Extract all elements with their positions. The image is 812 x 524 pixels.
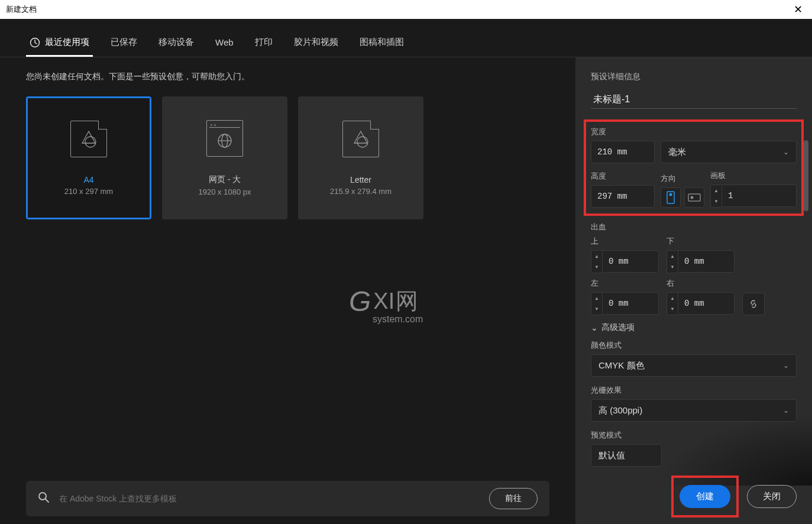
bleed-bottom-input[interactable]: 0 mm xyxy=(678,250,735,273)
orientation-portrait[interactable] xyxy=(661,187,681,208)
chevron-down-icon: ⌄ xyxy=(591,323,598,332)
tab-web[interactable]: Web xyxy=(212,30,237,56)
preview-select[interactable]: 默认值 xyxy=(591,444,662,467)
tab-art[interactable]: 图稿和插图 xyxy=(356,30,407,57)
step-up-icon[interactable]: ▲ xyxy=(711,185,722,196)
color-mode-label: 颜色模式 xyxy=(591,340,797,351)
svg-point-6 xyxy=(39,493,46,500)
create-button[interactable]: 创建 xyxy=(680,485,730,508)
height-label: 高度 xyxy=(591,171,655,182)
preset-letter[interactable]: Letter 215.9 x 279.4 mm xyxy=(298,96,423,219)
chevron-down-icon: ⌄ xyxy=(783,406,789,415)
preset-web-icon xyxy=(206,120,243,157)
advanced-toggle[interactable]: ⌄ 高级选项 xyxy=(591,322,797,333)
chevron-down-icon: ⌄ xyxy=(783,361,789,370)
preset-name: A4 xyxy=(83,175,93,185)
stock-search-input[interactable] xyxy=(59,494,480,503)
step-down-icon[interactable]: ▼ xyxy=(711,196,722,208)
tab-recent[interactable]: 最近使用项 xyxy=(26,30,93,57)
close-icon[interactable]: ✕ xyxy=(790,3,806,16)
raster-label: 光栅效果 xyxy=(591,385,797,396)
panel-header: 预设详细信息 xyxy=(591,72,797,82)
preset-a4[interactable]: A4 210 x 297 mm xyxy=(26,96,151,219)
highlight-create: 创建 xyxy=(671,476,739,517)
width-input[interactable]: 210 mm xyxy=(591,141,655,163)
raster-select[interactable]: 高 (300ppi)⌄ xyxy=(591,399,797,422)
shadow-overlay xyxy=(658,415,812,486)
bleed-left-input[interactable]: 0 mm xyxy=(602,292,659,315)
bleed-top-input[interactable]: 0 mm xyxy=(602,250,659,273)
go-button[interactable]: 前往 xyxy=(489,488,538,509)
tab-print[interactable]: 打印 xyxy=(251,30,276,57)
category-tabs: 最近使用项 已保存 移动设备 Web 打印 胶片和视频 图稿和插图 xyxy=(0,19,812,57)
svg-rect-10 xyxy=(688,194,700,201)
tab-film[interactable]: 胶片和视频 xyxy=(290,30,342,57)
stock-search-bar: 前往 xyxy=(26,481,549,516)
bleed-right-label: 右 xyxy=(667,278,736,289)
bleed-label: 出血 xyxy=(591,222,797,232)
bleed-bottom-label: 下 xyxy=(667,236,736,247)
bleed-left-stepper[interactable]: ▲▼ xyxy=(591,292,602,315)
search-icon xyxy=(38,491,50,506)
bleed-right-stepper[interactable]: ▲▼ xyxy=(667,292,678,315)
footer-buttons: 创建 关闭 xyxy=(671,476,797,517)
titlebar: 新建文档 ✕ xyxy=(0,0,812,19)
clock-icon xyxy=(30,37,40,48)
preset-web-large[interactable]: 网页 - 大 1920 x 1080 px xyxy=(162,96,287,219)
bleed-top-label: 上 xyxy=(591,236,661,247)
orientation-landscape[interactable] xyxy=(684,187,704,208)
tab-mobile[interactable]: 移动设备 xyxy=(155,30,198,57)
chevron-down-icon: ⌄ xyxy=(783,148,789,156)
svg-point-9 xyxy=(669,193,672,196)
bleed-right-input[interactable]: 0 mm xyxy=(678,292,735,315)
preset-dim: 210 x 297 mm xyxy=(64,187,113,196)
preset-list: A4 210 x 297 mm 网页 - 大 1920 x 1080 px Le… xyxy=(26,96,549,219)
height-input[interactable]: 297 mm xyxy=(591,185,655,208)
bleed-group: 上 ▲▼0 mm 下 ▲▼0 mm 左 ▲▼0 mm 右 ▲▼0 mm xyxy=(591,236,797,315)
main-area: 您尚未创建任何文档。下面是一些预设创意，可帮助您入门。 A4 210 x 297… xyxy=(0,57,812,524)
watermark: GXI网 system.com xyxy=(349,285,423,325)
link-icon xyxy=(748,299,759,309)
preview-label: 预览模式 xyxy=(591,430,797,441)
preset-dim: 1920 x 1080 px xyxy=(199,187,251,196)
preset-pane: 您尚未创建任何文档。下面是一些预设创意，可帮助您入门。 A4 210 x 297… xyxy=(0,57,575,524)
width-label: 宽度 xyxy=(591,127,655,137)
svg-line-7 xyxy=(46,499,48,502)
intro-text: 您尚未创建任何文档。下面是一些预设创意，可帮助您入门。 xyxy=(26,72,549,82)
artboard-stepper[interactable]: ▲▼ xyxy=(710,185,722,208)
preset-name: Letter xyxy=(350,175,371,185)
window-title: 新建文档 xyxy=(6,4,37,15)
color-mode-select[interactable]: CMYK 颜色⌄ xyxy=(591,354,797,377)
preset-letter-icon xyxy=(342,121,379,157)
artboard-label: 画板 xyxy=(710,170,797,181)
bleed-top-stepper[interactable]: ▲▼ xyxy=(591,250,602,273)
bleed-bottom-stepper[interactable]: ▲▼ xyxy=(667,250,678,273)
scrollbar[interactable] xyxy=(804,140,808,211)
artboard-input[interactable]: 1 xyxy=(722,185,797,207)
highlight-dimensions: 宽度 210 mm 毫米 ⌄ 高度 297 mm 方向 xyxy=(584,119,804,216)
bleed-left-label: 左 xyxy=(591,278,661,289)
tab-label: 最近使用项 xyxy=(45,37,89,48)
svg-point-11 xyxy=(691,196,694,199)
link-bleed-button[interactable] xyxy=(742,293,765,315)
document-name-input[interactable] xyxy=(591,90,797,109)
tab-saved[interactable]: 已保存 xyxy=(107,30,141,57)
close-button[interactable]: 关闭 xyxy=(747,485,797,508)
preset-name: 网页 - 大 xyxy=(209,174,241,185)
details-panel: 预设详细信息 宽度 210 mm 毫米 ⌄ 高度 297 mm xyxy=(575,57,812,524)
preset-a4-icon xyxy=(70,121,107,157)
unit-select[interactable]: 毫米 ⌄ xyxy=(661,141,797,163)
preset-dim: 215.9 x 279.4 mm xyxy=(330,187,392,196)
orient-label: 方向 xyxy=(661,173,704,184)
